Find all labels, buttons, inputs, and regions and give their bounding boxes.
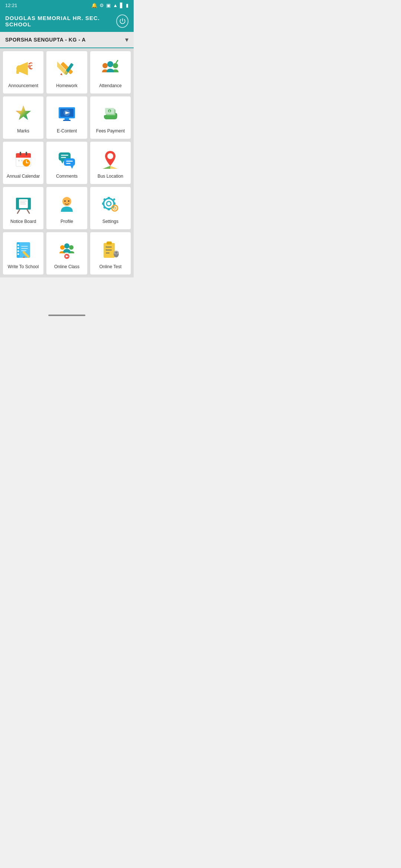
status-icons: 🔔 ⚙ ▣ ▲ ▋ ▮	[91, 3, 128, 8]
power-icon	[119, 17, 126, 25]
svg-point-76	[17, 247, 19, 249]
comments-label: Comments	[56, 174, 78, 179]
grid-item-comments[interactable]: Comments	[46, 142, 87, 184]
homework-icon	[56, 58, 78, 79]
chevron-down-icon: ▾	[125, 36, 128, 44]
svg-text:✓: ✓	[105, 249, 107, 251]
svg-rect-43	[64, 158, 75, 166]
svg-rect-42	[61, 157, 66, 158]
fees-icon: $	[100, 103, 121, 125]
svg-rect-66	[113, 203, 115, 205]
grid-item-calendar[interactable]: Annual Calendar	[3, 142, 43, 184]
online-class-icon	[56, 239, 78, 260]
grid-item-profile[interactable]: Profile	[46, 187, 87, 229]
status-bar: 12:21 🔔 ⚙ ▣ ▲ ▋ ▮	[0, 0, 134, 10]
svg-point-85	[69, 245, 74, 250]
student-selector[interactable]: SPORSHA SENGUPTA - KG - A ▾	[0, 32, 134, 48]
svg-marker-8	[60, 73, 62, 75]
svg-rect-55	[20, 201, 27, 201]
svg-rect-41	[61, 155, 68, 156]
battery-icon: ▮	[126, 3, 128, 8]
power-button[interactable]	[116, 14, 128, 28]
grid-item-settings[interactable]: Settings	[90, 187, 131, 229]
svg-marker-44	[71, 166, 74, 169]
grid-item-bus-location[interactable]: Bus Location	[90, 142, 131, 184]
grid-item-online-class[interactable]: Online Class	[46, 232, 87, 274]
svg-rect-65	[102, 203, 104, 205]
grid-item-marks[interactable]: Marks	[3, 96, 43, 139]
online-class-label: Online Class	[54, 264, 79, 269]
svg-point-11	[102, 63, 108, 68]
settings-status-icon: ⚙	[100, 3, 104, 8]
homework-label: Homework	[56, 83, 77, 88]
econtent-label: E-Content	[57, 128, 77, 134]
grid-item-homework[interactable]: Homework	[46, 51, 87, 93]
svg-point-3	[28, 65, 31, 68]
svg-rect-45	[66, 161, 73, 162]
bottom-bar	[0, 307, 134, 320]
svg-rect-56	[20, 202, 25, 203]
calendar-label: Annual Calendar	[7, 174, 40, 179]
svg-marker-49	[103, 166, 110, 169]
ring-icon: 🔔	[91, 3, 97, 8]
svg-point-72	[114, 207, 116, 209]
econtent-icon	[56, 103, 78, 125]
comments-icon	[56, 148, 78, 170]
grid-item-attendance[interactable]: Attendance	[90, 51, 131, 93]
svg-point-86	[64, 243, 69, 249]
svg-line-14	[116, 60, 118, 63]
svg-rect-90	[107, 241, 112, 244]
signal-icon: ▋	[120, 3, 124, 8]
settings-label: Settings	[102, 219, 118, 224]
svg-point-62	[107, 201, 111, 206]
svg-line-51	[17, 210, 20, 213]
svg-point-84	[60, 245, 65, 250]
grid-item-econtent[interactable]: E-Content	[46, 96, 87, 139]
marks-icon	[13, 103, 34, 125]
svg-line-52	[27, 210, 29, 213]
online-test-icon: ✓ ✓	[100, 239, 121, 260]
notice-board-icon	[13, 194, 34, 215]
wifi-icon: ▲	[113, 3, 118, 8]
svg-rect-57	[20, 204, 26, 204]
svg-rect-63	[108, 197, 110, 199]
svg-rect-95	[106, 253, 110, 253]
calendar-icon	[13, 148, 34, 170]
grid-item-announcement[interactable]: Announcement	[3, 51, 43, 93]
fees-label: Fees Payment	[96, 128, 125, 134]
grid-item-online-test[interactable]: ✓ ✓ Online Test	[90, 232, 131, 274]
svg-rect-46	[66, 163, 71, 164]
svg-point-60	[68, 200, 69, 202]
attendance-icon	[100, 58, 121, 79]
grid-item-fees[interactable]: $ Fees Payment	[90, 96, 131, 139]
status-time: 12:21	[5, 3, 17, 8]
menu-grid: Announcement Homework	[0, 48, 134, 277]
grid-item-notice-board[interactable]: Notice Board	[3, 187, 43, 229]
svg-point-75	[17, 244, 19, 246]
svg-text:✓: ✓	[105, 246, 107, 248]
app-header: DOUGLAS MEMORIAL HR. SEC. SCHOOL	[0, 10, 134, 32]
svg-rect-37	[18, 160, 20, 161]
bottom-spacer	[0, 277, 134, 307]
svg-rect-23	[59, 107, 75, 108]
svg-marker-1	[19, 62, 28, 75]
svg-rect-22	[63, 120, 71, 121]
marks-label: Marks	[17, 128, 29, 134]
app-title: DOUGLAS MEMORIAL HR. SEC. SCHOOL	[5, 15, 116, 27]
svg-rect-33	[26, 152, 27, 155]
svg-rect-38	[21, 160, 23, 161]
svg-point-77	[17, 250, 19, 252]
announcement-label: Announcement	[8, 83, 38, 88]
svg-point-47	[107, 153, 113, 159]
sim-icon: ▣	[106, 3, 111, 8]
svg-rect-80	[21, 248, 28, 249]
svg-point-59	[64, 200, 66, 202]
notice-board-label: Notice Board	[10, 219, 36, 224]
grid-item-write-to-school[interactable]: Write To School	[3, 232, 43, 274]
bus-location-label: Bus Location	[98, 174, 123, 179]
home-indicator	[48, 315, 85, 316]
online-test-label: Online Test	[99, 264, 121, 269]
svg-line-5	[31, 65, 32, 66]
svg-rect-32	[20, 152, 21, 155]
svg-line-53	[14, 195, 16, 198]
